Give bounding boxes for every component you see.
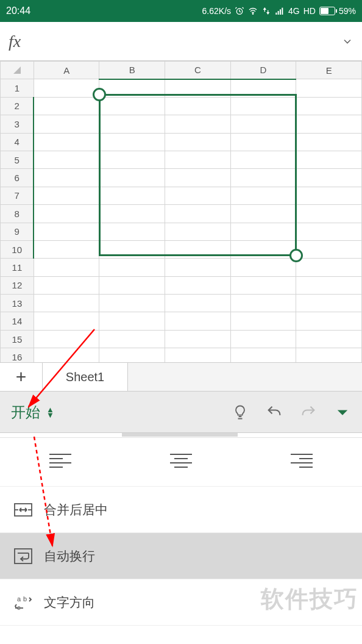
align-left-button[interactable] — [48, 452, 73, 473]
cell-E2[interactable] — [296, 97, 362, 115]
cell-D1[interactable] — [230, 79, 296, 97]
cell-C14[interactable] — [165, 312, 231, 330]
align-center-button[interactable] — [169, 452, 193, 473]
row-header-1[interactable]: 1 — [1, 79, 34, 97]
cell-A9[interactable] — [34, 223, 99, 240]
col-header-E[interactable]: E — [296, 62, 362, 79]
cell-B8[interactable] — [99, 205, 165, 223]
cell-B11[interactable] — [99, 259, 165, 276]
cell-A3[interactable] — [34, 115, 99, 133]
cell-A7[interactable] — [34, 187, 99, 204]
row-header-11[interactable]: 11 — [1, 259, 34, 276]
cell-E5[interactable] — [296, 151, 362, 168]
add-sheet-button[interactable]: + — [0, 363, 43, 391]
cell-A6[interactable] — [34, 169, 99, 187]
cell-B6[interactable] — [99, 169, 165, 187]
sheet-tab-sheet1[interactable]: Sheet1 — [43, 363, 128, 391]
cell-E12[interactable] — [296, 276, 362, 294]
cell-C7[interactable] — [165, 187, 231, 204]
row-header-13[interactable]: 13 — [1, 295, 34, 312]
cell-E16[interactable] — [296, 348, 362, 362]
cell-D13[interactable] — [230, 295, 296, 312]
cell-B3[interactable] — [99, 115, 165, 133]
cell-E4[interactable] — [296, 133, 362, 151]
cell-C4[interactable] — [165, 133, 231, 151]
row-header-16[interactable]: 16 — [1, 348, 34, 362]
cell-D10[interactable] — [230, 240, 296, 258]
cell-E14[interactable] — [296, 312, 362, 330]
cell-B10[interactable] — [99, 240, 165, 258]
cell-E3[interactable] — [296, 115, 362, 133]
cell-B14[interactable] — [99, 312, 165, 330]
cell-B16[interactable] — [99, 348, 165, 362]
cell-A13[interactable] — [34, 295, 99, 312]
align-right-button[interactable] — [289, 452, 314, 473]
cell-B4[interactable] — [99, 133, 165, 151]
select-all-corner[interactable] — [1, 62, 34, 79]
undo-icon[interactable] — [266, 404, 283, 421]
cell-C6[interactable] — [165, 169, 231, 187]
cell-B2[interactable] — [99, 97, 165, 115]
row-header-8[interactable]: 8 — [1, 205, 34, 223]
cell-B1[interactable] — [99, 79, 165, 97]
col-header-C[interactable]: C — [165, 62, 231, 79]
col-header-B[interactable]: B — [99, 62, 165, 79]
row-header-4[interactable]: 4 — [1, 133, 34, 151]
row-header-9[interactable]: 9 — [1, 223, 34, 240]
cell-A8[interactable] — [34, 205, 99, 223]
cell-E11[interactable] — [296, 259, 362, 276]
dropdown-icon[interactable] — [334, 404, 351, 421]
cell-A12[interactable] — [34, 276, 99, 294]
cell-A11[interactable] — [34, 259, 99, 276]
cell-A2[interactable] — [34, 97, 99, 115]
cell-B12[interactable] — [99, 276, 165, 294]
cell-A14[interactable] — [34, 312, 99, 330]
cell-C15[interactable] — [165, 330, 231, 348]
redo-icon[interactable] — [300, 404, 317, 421]
col-header-A[interactable]: A — [34, 62, 99, 79]
cell-B5[interactable] — [99, 151, 165, 168]
spreadsheet-grid[interactable]: ABCDE12345678910111213141516 — [0, 61, 362, 362]
cell-D12[interactable] — [230, 276, 296, 294]
cell-D15[interactable] — [230, 330, 296, 348]
wrap-text-item[interactable]: 自动换行 — [0, 533, 362, 579]
cell-A10[interactable] — [34, 240, 99, 258]
chevron-down-icon[interactable] — [341, 35, 353, 48]
cell-C5[interactable] — [165, 151, 231, 168]
cell-E15[interactable] — [296, 330, 362, 348]
cell-C12[interactable] — [165, 276, 231, 294]
cell-C16[interactable] — [165, 348, 231, 362]
cell-D4[interactable] — [230, 133, 296, 151]
cell-D16[interactable] — [230, 348, 296, 362]
cell-C8[interactable] — [165, 205, 231, 223]
cell-A5[interactable] — [34, 151, 99, 168]
row-header-12[interactable]: 12 — [1, 276, 34, 294]
row-header-10[interactable]: 10 — [1, 240, 34, 258]
formula-bar[interactable]: fx — [0, 22, 362, 61]
cell-A4[interactable] — [34, 133, 99, 151]
row-header-3[interactable]: 3 — [1, 115, 34, 133]
row-header-7[interactable]: 7 — [1, 187, 34, 204]
cell-D2[interactable] — [230, 97, 296, 115]
cell-C1[interactable] — [165, 79, 231, 97]
cell-E1[interactable] — [296, 79, 362, 97]
cell-D8[interactable] — [230, 205, 296, 223]
ribbon-tab-selector[interactable]: 开始 ▲▼ — [11, 402, 54, 422]
lightbulb-icon[interactable] — [232, 404, 249, 421]
cell-A1[interactable] — [34, 79, 99, 97]
cell-B15[interactable] — [99, 330, 165, 348]
cell-C13[interactable] — [165, 295, 231, 312]
cell-E7[interactable] — [296, 187, 362, 204]
cell-C9[interactable] — [165, 223, 231, 240]
cell-E13[interactable] — [296, 295, 362, 312]
cell-D3[interactable] — [230, 115, 296, 133]
cell-B13[interactable] — [99, 295, 165, 312]
cell-A15[interactable] — [34, 330, 99, 348]
cell-C3[interactable] — [165, 115, 231, 133]
cell-D9[interactable] — [230, 223, 296, 240]
cell-D14[interactable] — [230, 312, 296, 330]
row-header-6[interactable]: 6 — [1, 169, 34, 187]
cell-C2[interactable] — [165, 97, 231, 115]
row-header-14[interactable]: 14 — [1, 312, 34, 330]
cell-E10[interactable] — [296, 240, 362, 258]
